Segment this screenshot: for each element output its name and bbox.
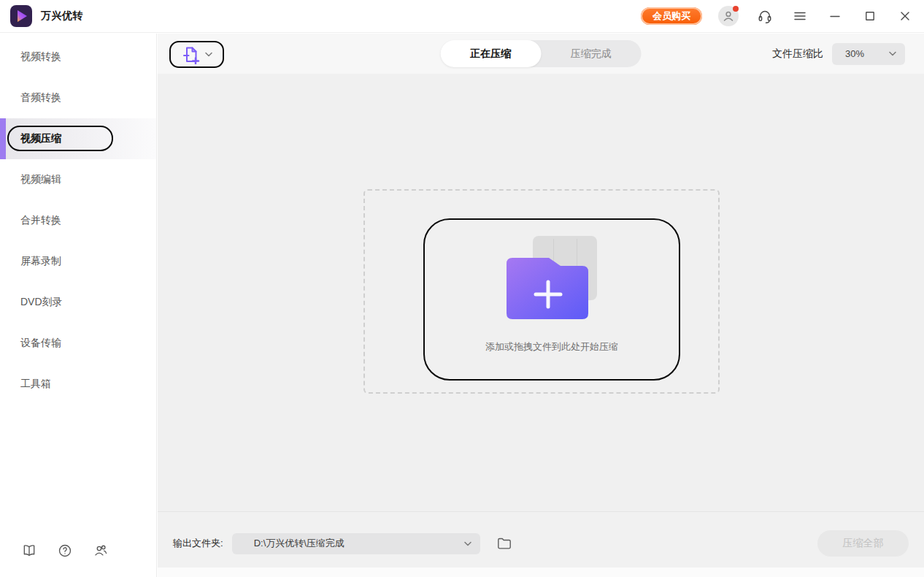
sidebar-item-label: 音频转换 <box>20 91 61 104</box>
compression-ratio-value: 30% <box>845 48 864 59</box>
output-folder-path: D:\万兴优转\压缩完成 <box>254 537 344 550</box>
compression-tabs: 正在压缩 压缩完成 <box>441 40 642 67</box>
content-area: 添加或拖拽文件到此处开始压缩 <box>158 74 924 511</box>
notification-dot <box>733 6 739 12</box>
bottom-bar: 输出文件夹: D:\万兴优转\压缩完成 压缩全部 <box>158 511 924 568</box>
browse-folder-icon[interactable] <box>496 535 512 551</box>
sidebar-item-toolbox[interactable]: 工具箱 <box>0 364 156 405</box>
guide-book-icon[interactable] <box>22 543 36 558</box>
close-button[interactable] <box>896 7 914 25</box>
main-panel: 正在压缩 压缩完成 文件压缩比 30% <box>158 34 924 577</box>
add-folder-icon <box>507 236 597 320</box>
titlebar-controls: 会员购买 <box>641 6 924 26</box>
community-icon[interactable] <box>93 543 108 558</box>
compression-ratio-group: 文件压缩比 30% <box>772 34 905 74</box>
sidebar-item-label: 屏幕录制 <box>20 255 61 268</box>
drop-zone[interactable]: 添加或拖拽文件到此处开始压缩 <box>363 189 720 394</box>
app-window: 万兴优转 会员购买 <box>0 0 924 577</box>
sidebar: 视频转换 音频转换 视频压缩 视频编辑 合并转换 屏幕录制 DVD刻录 设备传输… <box>0 34 157 577</box>
compression-ratio-select[interactable]: 30% <box>832 43 905 65</box>
sidebar-item-device-transfer[interactable]: 设备传输 <box>0 323 156 364</box>
chevron-down-icon <box>464 541 471 546</box>
account-avatar[interactable] <box>718 6 739 26</box>
window-bottom-strip <box>158 568 924 577</box>
sidebar-item-label: 视频编辑 <box>20 173 61 186</box>
help-icon[interactable] <box>58 543 72 558</box>
compress-all-button[interactable]: 压缩全部 <box>817 530 909 557</box>
chevron-down-icon <box>205 52 212 57</box>
menu-icon[interactable] <box>791 7 809 25</box>
minimize-button[interactable] <box>826 7 844 25</box>
app-title: 万兴优转 <box>41 9 83 23</box>
sidebar-item-label: 设备传输 <box>20 337 61 350</box>
drop-zone-annotation-outline[interactable]: 添加或拖拽文件到此处开始压缩 <box>423 218 680 381</box>
maximize-button[interactable] <box>861 7 879 25</box>
chevron-down-icon <box>889 51 896 56</box>
output-folder-select[interactable]: D:\万兴优转\压缩完成 <box>232 533 480 554</box>
output-folder-label: 输出文件夹: <box>173 537 223 550</box>
app-logo-icon <box>10 5 32 27</box>
sidebar-item-video-convert[interactable]: 视频转换 <box>0 37 156 77</box>
sidebar-item-merge-convert[interactable]: 合并转换 <box>0 200 156 241</box>
sidebar-item-label: 视频压缩 <box>20 132 61 145</box>
sidebar-item-video-edit[interactable]: 视频编辑 <box>0 159 156 200</box>
drop-zone-hint: 添加或拖拽文件到此处开始压缩 <box>485 340 618 354</box>
compression-ratio-label: 文件压缩比 <box>772 47 823 61</box>
add-files-button[interactable] <box>169 41 224 68</box>
sidebar-item-label: 视频转换 <box>20 50 61 64</box>
member-purchase-button[interactable]: 会员购买 <box>641 7 702 25</box>
add-file-icon <box>181 45 200 64</box>
sidebar-item-screen-record[interactable]: 屏幕录制 <box>0 241 156 282</box>
sidebar-item-audio-convert[interactable]: 音频转换 <box>0 77 156 118</box>
title-bar: 万兴优转 会员购买 <box>0 0 924 33</box>
sidebar-item-label: DVD刻录 <box>20 296 63 309</box>
sidebar-item-label: 工具箱 <box>20 378 51 391</box>
sidebar-item-dvd-burn[interactable]: DVD刻录 <box>0 282 156 323</box>
tab-compressing[interactable]: 正在压缩 <box>441 40 542 67</box>
support-headset-icon[interactable] <box>756 7 774 25</box>
sidebar-item-label: 合并转换 <box>20 214 61 227</box>
toolbar: 正在压缩 压缩完成 文件压缩比 30% <box>158 34 924 74</box>
tab-compressed[interactable]: 压缩完成 <box>541 40 642 67</box>
sidebar-item-video-compress[interactable]: 视频压缩 <box>0 118 156 159</box>
sidebar-footer <box>22 543 108 558</box>
